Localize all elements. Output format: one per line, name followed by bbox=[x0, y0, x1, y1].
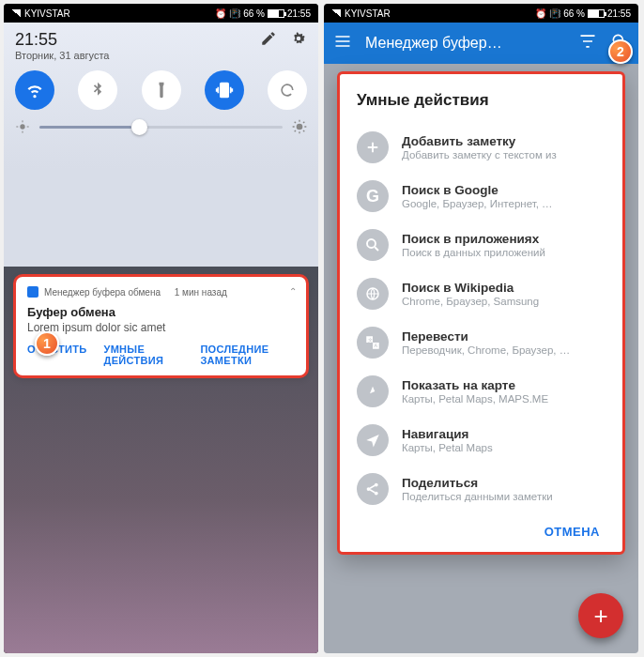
shade-date: Вторник, 31 августа bbox=[15, 50, 109, 61]
phone-left: KYIVSTAR ⏰ 📳 66 % 21:55 21:55 Вторник, 3… bbox=[4, 4, 318, 653]
qs-rotate[interactable] bbox=[268, 70, 307, 110]
app-bar: Менеджер буфер… bbox=[324, 23, 638, 64]
shade-clock: 21:55 bbox=[15, 30, 109, 50]
navigation-icon bbox=[357, 424, 389, 456]
clipboard-notification[interactable]: Менеджер буфера обмена 1 мин назад ⌃ Буф… bbox=[13, 274, 309, 378]
menu-icon[interactable] bbox=[333, 32, 352, 54]
smart-actions-dialog: Умные действия Добавить заметкуДобавить … bbox=[337, 71, 625, 555]
svg-text:文: 文 bbox=[368, 337, 373, 343]
carrier: KYIVSTAR bbox=[345, 8, 391, 19]
notif-time: 1 мин назад bbox=[175, 287, 227, 298]
dialog-title: Умные действия bbox=[357, 91, 606, 110]
clock: 21:55 bbox=[607, 8, 631, 19]
battery-icon bbox=[588, 9, 605, 18]
qs-wifi[interactable] bbox=[15, 70, 54, 110]
svg-text:A: A bbox=[375, 343, 378, 348]
battery-pct: 66 % bbox=[563, 8, 585, 19]
battery-icon bbox=[268, 9, 284, 18]
svg-line-11 bbox=[303, 130, 304, 131]
translate-icon: 文A bbox=[357, 327, 389, 359]
alarm-icon: ⏰ bbox=[215, 8, 226, 19]
action-add-note[interactable]: Добавить заметкуДобавить заметку с текст… bbox=[357, 123, 606, 172]
action-recent[interactable]: ПОСЛЕДНИЕ ЗАМЕТКИ bbox=[200, 344, 295, 366]
svg-line-17 bbox=[375, 247, 378, 251]
filter-icon[interactable] bbox=[578, 32, 597, 54]
gear-icon[interactable] bbox=[290, 30, 307, 51]
statusbar: KYIVSTAR ⏰ 📳 66 % 21:55 bbox=[324, 4, 638, 23]
svg-line-10 bbox=[295, 122, 296, 123]
svg-line-12 bbox=[295, 130, 296, 131]
notification-shade[interactable]: 21:55 Вторник, 31 августа bbox=[4, 23, 318, 267]
vibrate-icon: 📳 bbox=[549, 8, 560, 19]
svg-point-16 bbox=[367, 239, 376, 248]
compass-icon bbox=[357, 375, 389, 407]
app-title: Менеджер буфер… bbox=[365, 35, 565, 52]
alarm-icon: ⏰ bbox=[535, 8, 546, 19]
plus-icon bbox=[357, 131, 389, 163]
action-navigation[interactable]: НавигацияКарты, Petal Maps bbox=[357, 416, 606, 465]
fab-add[interactable]: + bbox=[578, 593, 623, 638]
carrier: KYIVSTAR bbox=[24, 8, 70, 19]
globe-icon bbox=[357, 278, 389, 310]
qs-vibrate[interactable] bbox=[205, 70, 244, 110]
action-show-map[interactable]: Показать на картеКарты, Petal Maps, MAPS… bbox=[357, 367, 606, 416]
edit-icon[interactable] bbox=[260, 30, 277, 51]
app-icon bbox=[27, 286, 38, 298]
notif-title: Буфер обмена bbox=[27, 305, 295, 319]
action-share[interactable]: ПоделитьсяПоделиться данными заметки bbox=[357, 465, 606, 513]
callout-badge-1: 1 bbox=[35, 331, 59, 356]
action-smart[interactable]: УМНЫЕ ДЕЙСТВИЯ bbox=[104, 344, 184, 366]
action-wikipedia[interactable]: Поиск в WikipediaChrome, Браузер, Samsun… bbox=[357, 269, 606, 318]
svg-line-13 bbox=[303, 122, 304, 123]
callout-badge-2: 2 bbox=[608, 39, 633, 64]
action-translate[interactable]: 文A ПеревестиПереводчик, Chrome, Браузер,… bbox=[357, 318, 606, 367]
search-icon bbox=[357, 229, 389, 261]
action-app-search[interactable]: Поиск в приложенияхПоиск в данных прилож… bbox=[357, 221, 606, 269]
clock: 21:55 bbox=[287, 8, 311, 19]
notif-body: Lorem ipsum dolor sic amet bbox=[27, 321, 295, 334]
statusbar: KYIVSTAR ⏰ 📳 66 % 21:55 bbox=[4, 4, 318, 23]
brightness-slider[interactable] bbox=[15, 119, 307, 134]
phone-right: KYIVSTAR ⏰ 📳 66 % 21:55 Менеджер буфер… … bbox=[324, 4, 638, 653]
share-icon bbox=[357, 473, 389, 505]
qs-flashlight[interactable] bbox=[142, 70, 181, 110]
cancel-button[interactable]: ОТМЕНА bbox=[357, 513, 606, 542]
vibrate-icon: 📳 bbox=[229, 8, 240, 19]
action-google-search[interactable]: G Поиск в GoogleGoogle, Браузер, Интерне… bbox=[357, 172, 606, 221]
google-icon: G bbox=[357, 180, 389, 212]
chevron-up-icon[interactable]: ⌃ bbox=[289, 286, 297, 297]
svg-point-5 bbox=[297, 124, 303, 130]
battery-pct: 66 % bbox=[243, 8, 265, 19]
notif-app: Менеджер буфера обмена bbox=[44, 287, 161, 298]
svg-point-0 bbox=[20, 124, 24, 129]
qs-bluetooth[interactable] bbox=[78, 70, 117, 110]
